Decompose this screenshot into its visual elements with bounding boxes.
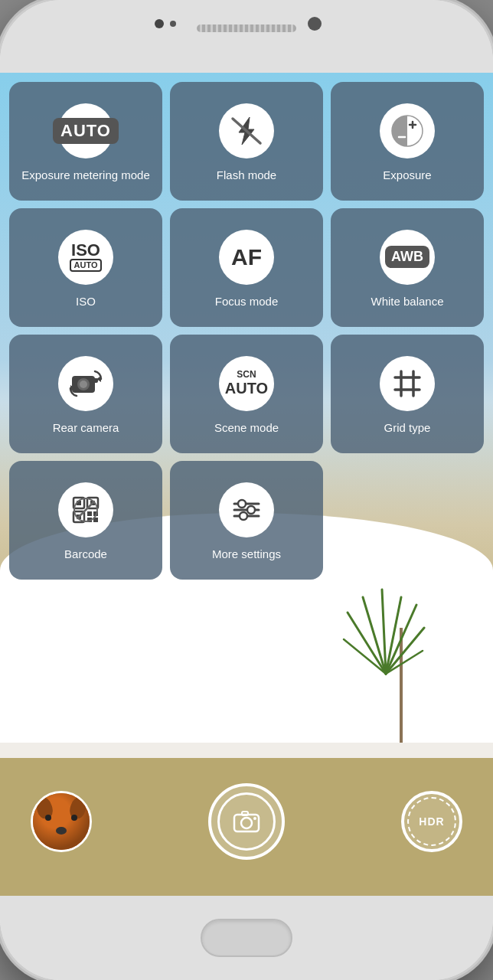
svg-line-0 [348, 612, 386, 674]
speaker [197, 24, 296, 32]
svg-rect-46 [242, 812, 248, 815]
camera-shutter-icon [232, 807, 261, 836]
more-settings-icon [219, 482, 274, 537]
dog-photo [33, 793, 90, 850]
gallery-thumbnail[interactable] [31, 791, 92, 852]
menu-item-focus-mode[interactable]: AF Focus mode [170, 208, 323, 327]
dog-nose [56, 827, 67, 835]
svg-point-39 [238, 500, 246, 508]
scn-badge: SCN AUTO [225, 370, 268, 397]
shutter-button-inner [217, 792, 276, 851]
iso-badge: ISO AUTO [70, 242, 103, 272]
barcode-label: Barcode [64, 547, 107, 562]
sliders-svg [228, 492, 265, 528]
white-balance-label: White balance [371, 294, 443, 309]
focus-mode-icon: AF [219, 230, 274, 285]
grid-type-label: Grid type [384, 420, 431, 436]
exposure-label: Exposure [383, 168, 431, 183]
flash-mode-icon [219, 103, 274, 158]
barcode-icon [58, 482, 113, 537]
scn-text: SCN [237, 370, 256, 380]
rear-camera-label: Rear camera [53, 420, 119, 436]
iso-auto-text: AUTO [70, 259, 103, 272]
exposure-metering-icon: AUTO [58, 103, 113, 158]
top-bezel [0, 0, 493, 73]
scene-mode-icon: SCN AUTO [219, 356, 274, 411]
front-camera [308, 17, 322, 31]
svg-point-18 [80, 381, 87, 388]
bottom-bezel [0, 896, 493, 980]
hdr-label: HDR [419, 815, 444, 828]
dog-eye-left [45, 815, 51, 821]
svg-rect-32 [87, 511, 92, 516]
dog-eye-right [71, 815, 77, 821]
iso-text: ISO [71, 242, 100, 259]
auto-badge: AUTO [53, 118, 119, 144]
rear-camera-icon [58, 356, 113, 411]
shutter-button[interactable] [208, 783, 285, 860]
white-balance-icon: AWB [380, 230, 435, 285]
phone-frame: AUTO Exposure metering mode Flash mode [0, 0, 493, 980]
barcode-svg [67, 492, 104, 528]
scn-auto-text: AUTO [225, 380, 268, 397]
screen: AUTO Exposure metering mode Flash mode [0, 73, 493, 896]
exposure-icon [380, 103, 435, 158]
more-settings-label: More settings [212, 547, 281, 562]
scene-mode-label: Scene mode [214, 420, 279, 436]
menu-item-scene-mode[interactable]: SCN AUTO Scene mode [170, 335, 323, 453]
sensor-left [155, 19, 164, 28]
camera-svg [67, 365, 104, 402]
home-button[interactable] [201, 919, 292, 957]
menu-item-barcode[interactable]: Barcode [9, 461, 162, 580]
menu-item-white-balance[interactable]: AWB White balance [331, 208, 484, 327]
iso-label: ISO [76, 294, 96, 309]
svg-point-43 [240, 512, 247, 520]
af-text: AF [231, 244, 262, 270]
grid-type-icon [380, 356, 435, 411]
flash-svg [228, 113, 265, 149]
hdr-button[interactable]: HDR [401, 791, 462, 852]
flash-mode-label: Flash mode [217, 168, 276, 183]
menu-item-exposure-metering[interactable]: AUTO Exposure metering mode [9, 82, 162, 201]
dog-ear-left [34, 795, 55, 819]
menu-item-flash-mode[interactable]: Flash mode [170, 82, 323, 201]
svg-point-47 [253, 817, 256, 820]
exposure-svg [389, 113, 426, 149]
svg-point-41 [247, 506, 255, 514]
svg-point-45 [241, 818, 252, 828]
exposure-metering-label: Exposure metering mode [21, 168, 150, 183]
plant-leaves-svg [340, 582, 432, 704]
iso-icon: ISO AUTO [58, 230, 113, 285]
camera-bottom-bar: HDR [0, 746, 493, 896]
plant [355, 590, 447, 743]
focus-mode-label: Focus mode [215, 294, 279, 309]
menu-item-iso[interactable]: ISO AUTO ISO [9, 208, 162, 327]
awb-badge: AWB [385, 246, 429, 268]
camera-settings-menu: AUTO Exposure metering mode Flash mode [0, 73, 493, 589]
menu-item-more-settings[interactable]: More settings [170, 461, 323, 580]
menu-item-exposure[interactable]: Exposure [331, 82, 484, 201]
menu-item-grid-type[interactable]: Grid type [331, 335, 484, 453]
grid-svg [390, 367, 424, 400]
menu-item-rear-camera[interactable]: Rear camera [9, 335, 162, 453]
sensor-left2 [170, 21, 176, 27]
svg-line-3 [386, 597, 401, 674]
